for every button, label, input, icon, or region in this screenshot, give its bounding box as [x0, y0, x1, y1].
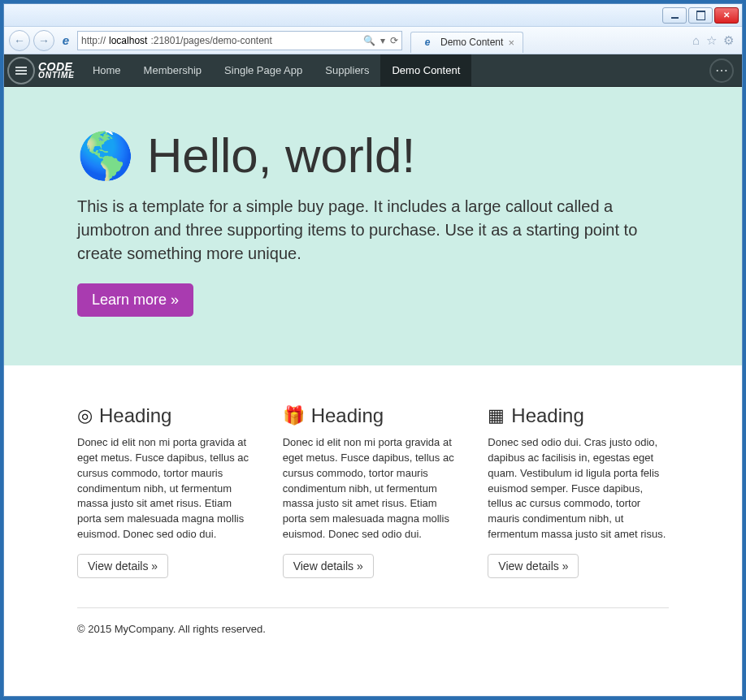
calendar-icon: ▦: [488, 405, 505, 426]
window-titlebar: ✕: [4, 4, 742, 27]
feature-body: Donec id elit non mi porta gravida at eg…: [77, 435, 258, 542]
tab-strip: e Demo Content ×: [410, 28, 689, 53]
jumbotron: 🌎 Hello, world! This is a template for a…: [4, 87, 742, 365]
footer-text: © 2015 MyCompany. All rights reserved.: [77, 607, 669, 643]
refresh-icon[interactable]: ⟳: [390, 35, 398, 46]
tab-close-icon[interactable]: ×: [508, 37, 514, 49]
arrow-right-icon: →: [38, 34, 50, 47]
nav-link-home[interactable]: Home: [81, 54, 132, 86]
feature-heading: 🎁 Heading: [283, 404, 464, 427]
gift-icon: 🎁: [283, 405, 305, 426]
nav-link-demo-content[interactable]: Demo Content: [380, 54, 471, 86]
jumbotron-paragraph: This is a template for a simple buy page…: [77, 195, 669, 266]
tab-title: Demo Content: [440, 37, 503, 48]
url-prefix: http://: [81, 35, 106, 46]
learn-more-button[interactable]: Learn more »: [77, 283, 193, 317]
more-icon: ⋯: [715, 63, 728, 78]
globe-icon: 🌎: [77, 129, 134, 183]
feature-column: ◎ Heading Donec id elit non mi porta gra…: [77, 404, 258, 578]
arrow-left-icon: ←: [14, 34, 25, 47]
hamburger-icon: [15, 70, 27, 71]
nav-link-suppliers[interactable]: Suppliers: [314, 54, 380, 86]
nav-link-single-page-app[interactable]: Single Page App: [213, 54, 314, 86]
feature-body: Donec id elit non mi porta gravida at eg…: [283, 435, 464, 542]
nav-link-membership[interactable]: Membership: [132, 54, 214, 86]
feature-column: ▦ Heading Donec sed odio dui. Cras justo…: [488, 404, 669, 578]
window-close-button[interactable]: ✕: [714, 7, 739, 24]
url-host: localhost: [109, 35, 147, 46]
feature-heading-text: Heading: [311, 404, 384, 427]
dropdown-icon[interactable]: ▾: [380, 35, 385, 46]
feature-body: Donec sed odio dui. Cras justo odio, dap…: [488, 435, 669, 542]
url-path: :21801/pages/demo-content: [150, 35, 271, 46]
window-maximize-button[interactable]: [688, 7, 713, 24]
jumbotron-heading-text: Hello, world!: [147, 127, 415, 184]
window-minimize-button[interactable]: [662, 7, 687, 24]
view-details-button[interactable]: View details »: [488, 554, 579, 578]
feature-column: 🎁 Heading Donec id elit non mi porta gra…: [283, 404, 464, 578]
back-button[interactable]: ←: [9, 30, 30, 51]
browser-command-icons: ⌂ ☆ ⚙: [692, 33, 737, 48]
feature-columns: ◎ Heading Donec id elit non mi porta gra…: [4, 365, 742, 594]
page-viewport: CODE ONTIME Home Membership Single Page …: [4, 54, 742, 696]
browser-toolbar: ← → e http://localhost:21801/pages/demo-…: [4, 27, 742, 54]
view-details-button[interactable]: View details »: [283, 554, 374, 578]
feature-heading-text: Heading: [511, 404, 583, 427]
forward-button[interactable]: →: [33, 30, 54, 51]
brand-logo[interactable]: CODE ONTIME: [38, 62, 81, 80]
feature-heading: ◎ Heading: [77, 404, 258, 427]
home-icon[interactable]: ⌂: [692, 33, 700, 48]
jumbotron-heading: 🌎 Hello, world!: [77, 127, 669, 184]
tools-icon[interactable]: ⚙: [723, 33, 734, 48]
ie-logo-icon: e: [58, 32, 74, 49]
browser-window: ✕ ← → e http://localhost:21801/pages/dem…: [3, 3, 743, 697]
hamburger-menu-button[interactable]: [7, 57, 35, 84]
search-icon[interactable]: 🔍: [363, 35, 375, 46]
view-details-button[interactable]: View details »: [77, 554, 168, 578]
feature-heading-text: Heading: [99, 404, 171, 427]
brand-line2: ONTIME: [38, 71, 75, 79]
browser-tab[interactable]: e Demo Content ×: [410, 32, 523, 53]
app-navbar: CODE ONTIME Home Membership Single Page …: [4, 54, 742, 87]
user-menu-button[interactable]: ⋯: [709, 58, 734, 83]
target-icon: ◎: [77, 405, 93, 426]
address-bar[interactable]: http://localhost:21801/pages/demo-conten…: [77, 31, 402, 50]
feature-heading: ▦ Heading: [488, 404, 669, 427]
favorites-icon[interactable]: ☆: [706, 33, 717, 48]
ie-logo-icon: e: [419, 34, 436, 50]
nav-links: Home Membership Single Page App Supplier…: [81, 54, 471, 86]
